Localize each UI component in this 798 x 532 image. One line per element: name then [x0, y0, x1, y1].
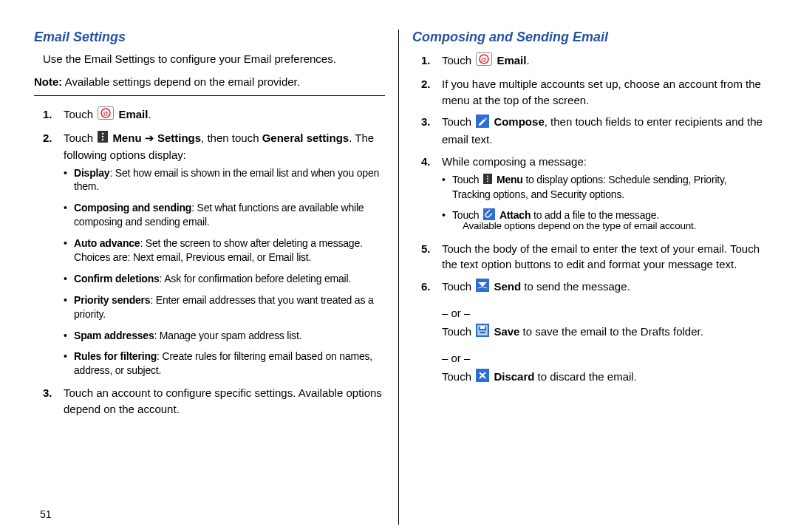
step-text: Touch: [442, 280, 474, 293]
note-label: Note:: [34, 75, 62, 88]
step-text: , then touch: [201, 132, 262, 144]
option-confirm-deletions: Confirm deletions: Ask for confirmation …: [64, 272, 385, 286]
step-text: Touch: [64, 132, 96, 144]
send-label: Send: [494, 280, 521, 293]
step-text: If you have multiple accounts set up, ch…: [442, 78, 761, 106]
step-6: Touch Send to send the message.: [412, 279, 764, 296]
email-label: Email: [118, 108, 148, 120]
svg-point-12: [487, 175, 488, 177]
step-text: to save the email to the Drafts folder.: [519, 325, 703, 338]
or-separator: – or –: [442, 352, 764, 364]
step-3: Touch an account to configure specific s…: [34, 385, 385, 417]
option-menu: Touch Menu to display options: Schedule …: [442, 173, 764, 202]
option-text: Touch: [452, 174, 482, 185]
section-heading-composing: Composing and Sending Email: [412, 30, 764, 45]
option-text: to display options: Schedule sending, Pr…: [452, 174, 726, 200]
email-label: Email: [497, 54, 526, 66]
option-title: Rules for filtering: [74, 350, 157, 362]
email-app-icon: @: [98, 106, 114, 124]
option-rules-filtering: Rules for filtering: Create rules for fi…: [64, 349, 385, 378]
step-text: , then touch fields to enter recipients …: [442, 115, 763, 146]
option-display: Display: Set how email is shown in the e…: [64, 166, 385, 194]
option-desc: : Ask for confirmation before deleting e…: [160, 273, 351, 284]
save-label: Save: [494, 325, 519, 338]
option-title: Display: [74, 167, 109, 179]
option-composing: Composing and sending: Set what function…: [64, 201, 385, 229]
svg-text:@: @: [103, 110, 109, 117]
step-1: Touch @ Email.: [412, 52, 764, 70]
menu-label: Menu: [112, 132, 141, 144]
svg-point-14: [487, 180, 488, 182]
option-title: Auto advance: [74, 237, 140, 249]
options-list: Display: Set how email is shown in the e…: [64, 166, 385, 378]
save-icon: [476, 324, 489, 341]
steps-list-right: Touch @ Email. If you have multiple acco…: [412, 52, 764, 302]
general-settings-label: General settings: [262, 132, 349, 144]
discard-icon: [476, 369, 489, 386]
option-title: Composing and sending: [74, 202, 191, 214]
step-text: Touch the body of the email to enter the…: [442, 242, 760, 271]
note-block: Note: Available settings depend on the e…: [34, 75, 385, 96]
svg-point-6: [102, 139, 103, 140]
svg-point-13: [487, 178, 488, 180]
option-priority-senders: Priority senders: Enter email addresses …: [64, 293, 385, 321]
step-2: If you have multiple accounts set up, ch…: [412, 76, 764, 109]
step-3: Touch Compose, then touch fields to ente…: [412, 114, 764, 148]
menu-icon: [98, 131, 108, 147]
step-text: .: [526, 54, 529, 66]
option-spam-addresses: Spam addresses: Manage your spam address…: [64, 329, 385, 343]
compose-icon: [476, 115, 489, 132]
svg-text:@: @: [481, 56, 487, 63]
svg-point-4: [102, 133, 103, 134]
step-text: While composing a message:: [442, 155, 587, 168]
compose-options: Touch Menu to display options: Schedule …: [442, 173, 764, 233]
step-text: Touch: [442, 115, 474, 128]
option-desc: : Set how email is shown in the email li…: [74, 167, 379, 193]
right-column: Composing and Sending Email Touch @ Emai…: [399, 30, 777, 525]
section-heading-email-settings: Email Settings: [34, 30, 385, 45]
step-text: Touch: [442, 370, 474, 383]
attach-subnote: Available options depend on the type of …: [463, 219, 764, 233]
discard-label: Discard: [494, 370, 534, 383]
step-2: Touch Menu ➔ Settings, then touch Genera…: [34, 130, 385, 378]
step-5: Touch the body of the email to enter the…: [412, 241, 764, 273]
compose-label: Compose: [494, 115, 544, 128]
or-separator: – or –: [442, 307, 764, 319]
step-text: to discard the email.: [534, 370, 636, 383]
option-desc: : Manage your spam address list.: [154, 330, 301, 341]
step-text: Touch: [64, 108, 96, 120]
menu-icon: [483, 174, 492, 188]
steps-list-left: Touch @ Email. Touch Menu ➔ Settings, th…: [34, 106, 385, 423]
step-text: Touch: [442, 325, 474, 338]
intro-text: Use the Email Settings to configure your…: [43, 52, 385, 65]
step-1: Touch @ Email.: [34, 106, 385, 124]
svg-rect-19: [480, 326, 485, 329]
option-title: Priority senders: [74, 294, 150, 306]
step-text: to send the message.: [521, 280, 630, 293]
option-attach: Touch Attach to add a file to the messag…: [442, 208, 764, 233]
left-column: Email Settings Use the Email Settings to…: [21, 30, 399, 525]
email-app-icon: @: [476, 52, 492, 70]
save-line: Touch Save to save the email to the Draf…: [442, 324, 764, 341]
step-text: Touch an account to configure specific s…: [64, 386, 382, 415]
settings-label: Settings: [157, 132, 201, 144]
svg-point-5: [102, 136, 103, 137]
option-title: Spam addresses: [74, 330, 154, 341]
page-number: 51: [40, 508, 52, 520]
menu-label: Menu: [497, 174, 523, 185]
step-4: While composing a message: Touch Menu to…: [412, 154, 764, 233]
manual-page: Email Settings Use the Email Settings to…: [0, 0, 798, 532]
note-body: Available settings depend on the email p…: [62, 75, 300, 88]
option-auto-advance: Auto advance: Set the screen to show aft…: [64, 236, 385, 265]
option-title: Confirm deletions: [74, 273, 160, 284]
send-icon: [476, 279, 489, 296]
arrow-text: ➔: [142, 132, 157, 144]
step-text: .: [148, 108, 151, 120]
discard-line: Touch Discard to discard the email.: [442, 369, 764, 386]
step-text: Touch: [442, 54, 474, 66]
